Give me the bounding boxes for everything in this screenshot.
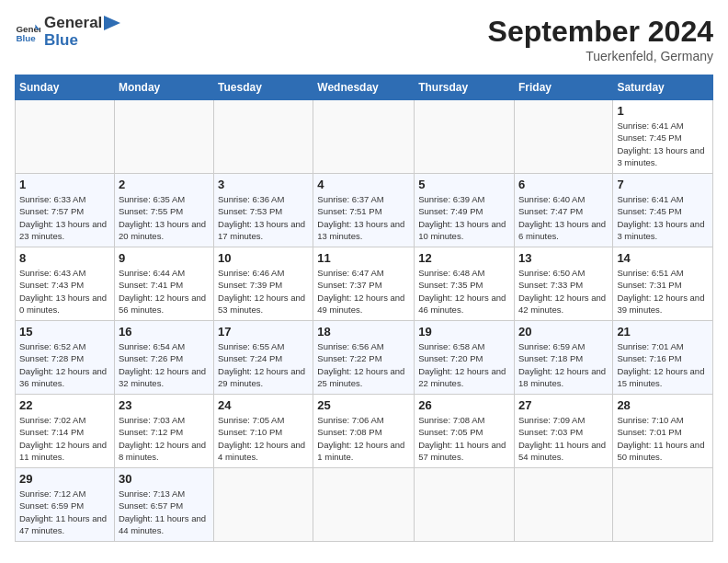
table-row <box>514 100 612 174</box>
title-section: September 2024 Tuerkenfeld, Germany <box>488 15 713 63</box>
day-info: Sunrise: 6:44 AMSunset: 7:41 PMDaylight:… <box>119 267 210 316</box>
table-row: 12Sunrise: 6:48 AMSunset: 7:35 PMDayligh… <box>415 247 515 321</box>
day-number: 1 <box>617 104 709 118</box>
table-row <box>214 468 313 542</box>
table-row: 2Sunrise: 6:35 AMSunset: 7:55 PMDaylight… <box>114 174 213 247</box>
calendar-week-row: 22Sunrise: 7:02 AMSunset: 7:14 PMDayligh… <box>16 395 713 468</box>
table-row: 1Sunrise: 6:33 AMSunset: 7:57 PMDaylight… <box>16 174 115 247</box>
day-number: 20 <box>518 325 609 339</box>
calendar-table: Sunday Monday Tuesday Wednesday Thursday… <box>15 75 713 542</box>
day-number: 10 <box>218 251 309 265</box>
day-info: Sunrise: 7:01 AMSunset: 7:16 PMDaylight:… <box>617 340 709 389</box>
table-row: 19Sunrise: 6:58 AMSunset: 7:20 PMDayligh… <box>415 321 515 395</box>
day-number: 28 <box>617 398 709 412</box>
day-info: Sunrise: 6:50 AMSunset: 7:33 PMDaylight:… <box>518 267 609 316</box>
table-row: 28Sunrise: 7:10 AMSunset: 7:01 PMDayligh… <box>613 395 713 468</box>
day-number: 15 <box>19 325 110 339</box>
svg-text:Blue: Blue <box>16 32 36 42</box>
day-number: 23 <box>119 398 210 412</box>
header-thursday: Thursday <box>415 75 515 100</box>
table-row <box>613 468 713 542</box>
table-row: 20Sunrise: 6:59 AMSunset: 7:18 PMDayligh… <box>514 321 612 395</box>
table-row: 14Sunrise: 6:51 AMSunset: 7:31 PMDayligh… <box>613 247 713 321</box>
day-info: Sunrise: 6:59 AMSunset: 7:18 PMDaylight:… <box>518 340 609 389</box>
day-number: 14 <box>617 251 709 265</box>
day-info: Sunrise: 7:08 AMSunset: 7:05 PMDaylight:… <box>418 414 510 463</box>
table-row <box>313 100 415 174</box>
day-number: 11 <box>317 251 410 265</box>
month-title: September 2024 <box>488 15 713 49</box>
table-row: 6Sunrise: 6:40 AMSunset: 7:47 PMDaylight… <box>514 174 612 247</box>
table-row: 30Sunrise: 7:13 AMSunset: 6:57 PMDayligh… <box>114 468 213 542</box>
day-info: Sunrise: 6:56 AMSunset: 7:22 PMDaylight:… <box>317 340 410 389</box>
table-row: 9Sunrise: 6:44 AMSunset: 7:41 PMDaylight… <box>114 247 213 321</box>
day-info: Sunrise: 6:41 AMSunset: 7:45 PMDaylight:… <box>617 193 709 242</box>
table-row: 7Sunrise: 6:41 AMSunset: 7:45 PMDaylight… <box>613 174 713 247</box>
table-row: 27Sunrise: 7:09 AMSunset: 7:03 PMDayligh… <box>514 395 612 468</box>
table-row: 11Sunrise: 6:47 AMSunset: 7:37 PMDayligh… <box>313 247 415 321</box>
day-info: Sunrise: 7:06 AMSunset: 7:08 PMDaylight:… <box>317 414 410 463</box>
table-row: 22Sunrise: 7:02 AMSunset: 7:14 PMDayligh… <box>16 395 115 468</box>
table-row: 15Sunrise: 6:52 AMSunset: 7:28 PMDayligh… <box>16 321 115 395</box>
logo-icon: General Blue <box>15 19 40 45</box>
table-row: 23Sunrise: 7:03 AMSunset: 7:12 PMDayligh… <box>114 395 213 468</box>
page-container: General Blue General Blue September 2024… <box>0 0 728 549</box>
calendar-week-row: 15Sunrise: 6:52 AMSunset: 7:28 PMDayligh… <box>16 321 713 395</box>
table-row: 21Sunrise: 7:01 AMSunset: 7:16 PMDayligh… <box>613 321 713 395</box>
table-row: 16Sunrise: 6:54 AMSunset: 7:26 PMDayligh… <box>114 321 213 395</box>
table-row: 24Sunrise: 7:05 AMSunset: 7:10 PMDayligh… <box>214 395 313 468</box>
day-info: Sunrise: 7:10 AMSunset: 7:01 PMDaylight:… <box>617 414 709 463</box>
table-row <box>114 100 213 174</box>
day-info: Sunrise: 6:51 AMSunset: 7:31 PMDaylight:… <box>617 267 709 316</box>
day-number: 4 <box>317 178 410 191</box>
day-info: Sunrise: 7:05 AMSunset: 7:10 PMDaylight:… <box>218 414 309 463</box>
table-row <box>313 468 415 542</box>
calendar-week-row: 1Sunrise: 6:41 AMSunset: 7:45 PMDaylight… <box>16 100 713 174</box>
day-info: Sunrise: 7:09 AMSunset: 7:03 PMDaylight:… <box>518 414 609 463</box>
table-row: 1Sunrise: 6:41 AMSunset: 7:45 PMDaylight… <box>613 100 713 174</box>
day-number: 22 <box>19 398 110 412</box>
day-number: 16 <box>119 325 210 339</box>
day-number: 13 <box>518 251 609 265</box>
day-number: 9 <box>119 251 210 265</box>
day-info: Sunrise: 7:03 AMSunset: 7:12 PMDaylight:… <box>119 414 210 463</box>
day-info: Sunrise: 6:39 AMSunset: 7:49 PMDaylight:… <box>418 193 510 242</box>
day-info: Sunrise: 6:54 AMSunset: 7:26 PMDaylight:… <box>119 340 210 389</box>
day-number: 21 <box>617 325 709 339</box>
day-number: 26 <box>418 398 510 412</box>
day-number: 6 <box>518 178 609 191</box>
calendar-week-row: 8Sunrise: 6:43 AMSunset: 7:43 PMDaylight… <box>16 247 713 321</box>
day-info: Sunrise: 6:35 AMSunset: 7:55 PMDaylight:… <box>119 193 210 242</box>
header-sunday: Sunday <box>16 75 115 100</box>
table-row <box>214 100 313 174</box>
location: Tuerkenfeld, Germany <box>488 49 713 63</box>
day-info: Sunrise: 6:37 AMSunset: 7:51 PMDaylight:… <box>317 193 410 242</box>
day-info: Sunrise: 6:48 AMSunset: 7:35 PMDaylight:… <box>418 267 510 316</box>
day-number: 7 <box>617 178 709 191</box>
day-info: Sunrise: 7:12 AMSunset: 6:59 PMDaylight:… <box>19 488 110 536</box>
table-row: 5Sunrise: 6:39 AMSunset: 7:49 PMDaylight… <box>415 174 515 247</box>
table-row: 26Sunrise: 7:08 AMSunset: 7:05 PMDayligh… <box>415 395 515 468</box>
svg-marker-2 <box>104 16 120 30</box>
day-info: Sunrise: 6:41 AMSunset: 7:45 PMDaylight:… <box>617 120 709 168</box>
calendar-week-row: 1Sunrise: 6:33 AMSunset: 7:57 PMDaylight… <box>16 174 713 247</box>
header-friday: Friday <box>514 75 612 100</box>
page-header: General Blue General Blue September 2024… <box>15 15 713 63</box>
day-info: Sunrise: 6:46 AMSunset: 7:39 PMDaylight:… <box>218 267 309 316</box>
table-row <box>415 100 515 174</box>
day-number: 12 <box>418 251 510 265</box>
day-info: Sunrise: 6:43 AMSunset: 7:43 PMDaylight:… <box>19 267 110 316</box>
day-number: 8 <box>19 251 110 265</box>
logo: General Blue General Blue <box>15 15 120 49</box>
day-info: Sunrise: 6:33 AMSunset: 7:57 PMDaylight:… <box>19 193 110 242</box>
header-saturday: Saturday <box>613 75 713 100</box>
table-row <box>514 468 612 542</box>
day-number: 2 <box>119 178 210 191</box>
table-row: 8Sunrise: 6:43 AMSunset: 7:43 PMDaylight… <box>16 247 115 321</box>
day-info: Sunrise: 7:02 AMSunset: 7:14 PMDaylight:… <box>19 414 110 463</box>
table-row: 3Sunrise: 6:36 AMSunset: 7:53 PMDaylight… <box>214 174 313 247</box>
table-row: 29Sunrise: 7:12 AMSunset: 6:59 PMDayligh… <box>16 468 115 542</box>
day-info: Sunrise: 6:40 AMSunset: 7:47 PMDaylight:… <box>518 193 609 242</box>
calendar-header-row: Sunday Monday Tuesday Wednesday Thursday… <box>16 75 713 100</box>
day-number: 24 <box>218 398 309 412</box>
